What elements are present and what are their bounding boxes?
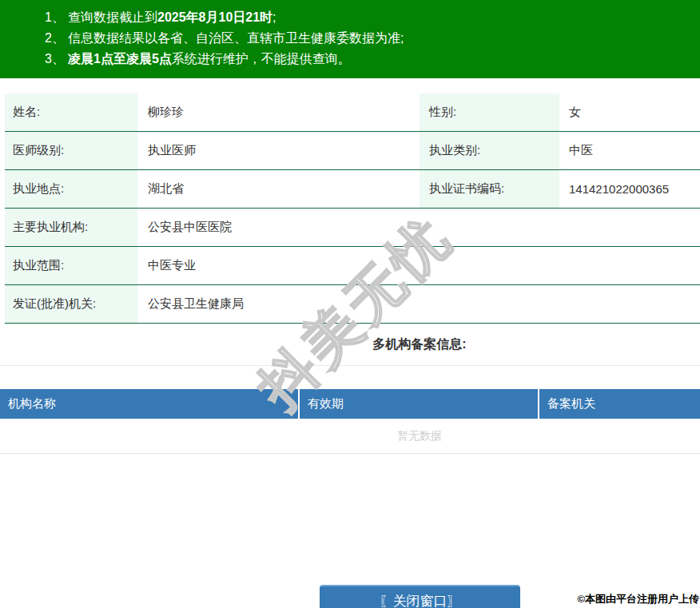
column-header-validity-period: 有效期 [300, 389, 539, 419]
table-row: 执业范围: 中医专业 [5, 247, 700, 285]
table-row: 执业地点: 湖北省 执业证书编码: 141421022000365 [5, 170, 700, 209]
table-row: 医师级别: 执业医师 执业类别: 中医 [5, 132, 700, 170]
table-row: 发证(批准)机关: 公安县卫生健康局 [5, 285, 700, 324]
field-value-doctor-level: 执业医师 [137, 143, 420, 158]
filing-section-header: 多机构备案信息: [0, 324, 700, 366]
filing-table-header: 机构名称 有效期 备案机关 [0, 389, 700, 419]
notice-text: 查询数据截止到 [68, 10, 157, 24]
notice-line-3: 3、凌晨1点至凌晨5点系统进行维护，不能提供查询。 [0, 49, 700, 70]
field-value-name: 柳珍珍 [137, 105, 420, 120]
notice-line-1: 1、查询数据截止到2025年8月10日21时; [0, 7, 700, 28]
doctor-info-table: 姓名: 柳珍珍 性别: 女 医师级别: 执业医师 执业类别: 中医 执业地点: … [0, 93, 700, 324]
field-label-practice-category: 执业类别: [420, 132, 559, 169]
notice-line-number: 1、 [45, 7, 68, 28]
field-label-practice-scope: 执业范围: [5, 247, 137, 284]
field-value-certificate-number: 141421022000365 [559, 182, 700, 196]
notice-text: 信息数据结果以各省、自治区、直辖市卫生健康委数据为准; [68, 31, 404, 45]
filing-section-title: 多机构备案信息: [372, 336, 466, 353]
field-label-gender: 性别: [420, 93, 559, 131]
close-window-button[interactable]: 〖关闭窗口〗 [320, 585, 520, 608]
table-row: 姓名: 柳珍珍 性别: 女 [5, 93, 700, 132]
content-container: 姓名: 柳珍珍 性别: 女 医师级别: 执业医师 执业类别: 中医 执业地点: … [0, 78, 700, 454]
notice-text: ; [272, 10, 276, 24]
field-label-certificate-number: 执业证书编码: [420, 170, 559, 208]
notice-text: 系统进行维护，不能提供查询。 [172, 52, 351, 66]
field-label-issuing-authority: 发证(批准)机关: [5, 285, 137, 323]
notice-line-number: 3、 [45, 49, 68, 70]
field-value-practice-location: 湖北省 [137, 181, 420, 197]
table-row: 主要执业机构: 公安县中医医院 [5, 209, 700, 247]
notice-line-number: 2、 [45, 28, 68, 49]
notice-banner: 1、查询数据截止到2025年8月10日21时; 2、信息数据结果以各省、自治区、… [0, 0, 700, 78]
column-header-institution-name: 机构名称 [0, 389, 300, 419]
notice-line-2: 2、信息数据结果以各省、自治区、直辖市卫生健康委数据为准; [0, 28, 700, 49]
field-value-gender: 女 [559, 105, 700, 120]
field-label-practice-location: 执业地点: [5, 170, 137, 208]
notice-text-bold: 凌晨1点至凌晨5点 [68, 52, 172, 66]
filing-table-empty-state: 暂无数据 [0, 419, 700, 454]
copyright-stamp: ©本图由平台注册用户上传 [577, 592, 699, 606]
field-label-name: 姓名: [5, 93, 137, 131]
field-value-practice-category: 中医 [559, 143, 700, 158]
field-value-issuing-authority: 公安县卫生健康局 [137, 296, 700, 312]
field-value-practice-scope: 中医专业 [137, 258, 700, 273]
notice-text-bold: 2025年8月10日21时 [157, 10, 272, 24]
column-header-filing-authority: 备案机关 [539, 389, 700, 419]
field-label-main-institution: 主要执业机构: [5, 209, 137, 246]
field-value-main-institution: 公安县中医医院 [137, 220, 700, 235]
field-label-doctor-level: 医师级别: [5, 132, 137, 169]
